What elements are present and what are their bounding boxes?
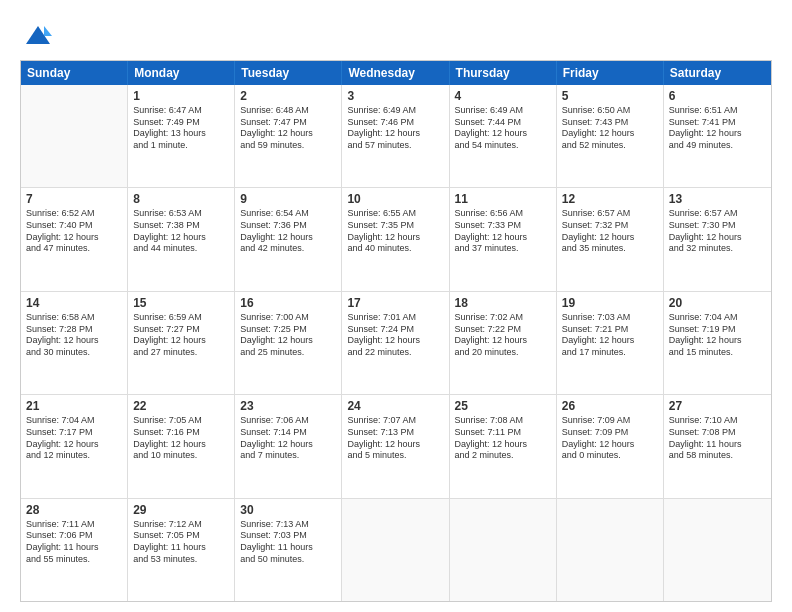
calendar-cell: 1Sunrise: 6:47 AMSunset: 7:49 PMDaylight… [128,85,235,187]
cell-line: and 52 minutes. [562,140,658,152]
weekday-header: Thursday [450,61,557,85]
calendar-cell: 19Sunrise: 7:03 AMSunset: 7:21 PMDayligh… [557,292,664,394]
calendar-cell: 29Sunrise: 7:12 AMSunset: 7:05 PMDayligh… [128,499,235,601]
cell-line: Daylight: 12 hours [240,128,336,140]
cell-line: and 20 minutes. [455,347,551,359]
cell-line: Daylight: 12 hours [562,128,658,140]
cell-line: and 27 minutes. [133,347,229,359]
cell-line: Sunset: 7:14 PM [240,427,336,439]
calendar-cell: 4Sunrise: 6:49 AMSunset: 7:44 PMDaylight… [450,85,557,187]
calendar-row: 1Sunrise: 6:47 AMSunset: 7:49 PMDaylight… [21,85,771,188]
calendar-cell: 9Sunrise: 6:54 AMSunset: 7:36 PMDaylight… [235,188,342,290]
cell-line: and 30 minutes. [26,347,122,359]
calendar-cell: 3Sunrise: 6:49 AMSunset: 7:46 PMDaylight… [342,85,449,187]
calendar-header: SundayMondayTuesdayWednesdayThursdayFrid… [21,61,771,85]
calendar-cell [557,499,664,601]
cell-line: Daylight: 12 hours [562,232,658,244]
day-number: 24 [347,399,443,413]
cell-line: Sunrise: 6:57 AM [669,208,766,220]
calendar-cell: 8Sunrise: 6:53 AMSunset: 7:38 PMDaylight… [128,188,235,290]
cell-line: Sunset: 7:28 PM [26,324,122,336]
cell-line: Sunset: 7:47 PM [240,117,336,129]
logo [20,22,52,50]
cell-line: Sunset: 7:05 PM [133,530,229,542]
cell-line: and 40 minutes. [347,243,443,255]
weekday-header: Friday [557,61,664,85]
day-number: 16 [240,296,336,310]
weekday-header: Saturday [664,61,771,85]
cell-line: Sunrise: 6:58 AM [26,312,122,324]
cell-line: Daylight: 12 hours [240,439,336,451]
cell-line: Daylight: 12 hours [455,232,551,244]
cell-line: Sunrise: 6:49 AM [455,105,551,117]
cell-line: and 44 minutes. [133,243,229,255]
cell-line: Sunset: 7:33 PM [455,220,551,232]
cell-line: Sunrise: 7:08 AM [455,415,551,427]
cell-line: Sunrise: 6:48 AM [240,105,336,117]
calendar-cell: 13Sunrise: 6:57 AMSunset: 7:30 PMDayligh… [664,188,771,290]
cell-line: Sunrise: 7:10 AM [669,415,766,427]
cell-line: Daylight: 12 hours [455,128,551,140]
cell-line: and 7 minutes. [240,450,336,462]
cell-line: and 2 minutes. [455,450,551,462]
cell-line: and 12 minutes. [26,450,122,462]
cell-line: Daylight: 12 hours [455,335,551,347]
calendar-cell: 5Sunrise: 6:50 AMSunset: 7:43 PMDaylight… [557,85,664,187]
calendar-cell: 27Sunrise: 7:10 AMSunset: 7:08 PMDayligh… [664,395,771,497]
calendar-page: SundayMondayTuesdayWednesdayThursdayFrid… [0,0,792,612]
cell-line: and 54 minutes. [455,140,551,152]
cell-line: Sunrise: 7:11 AM [26,519,122,531]
calendar-cell: 30Sunrise: 7:13 AMSunset: 7:03 PMDayligh… [235,499,342,601]
cell-line: Sunrise: 6:54 AM [240,208,336,220]
cell-line: Sunrise: 7:13 AM [240,519,336,531]
day-number: 2 [240,89,336,103]
cell-line: Daylight: 12 hours [26,335,122,347]
cell-line: Daylight: 12 hours [562,335,658,347]
calendar-cell: 12Sunrise: 6:57 AMSunset: 7:32 PMDayligh… [557,188,664,290]
weekday-header: Wednesday [342,61,449,85]
cell-line: Daylight: 11 hours [133,542,229,554]
day-number: 12 [562,192,658,206]
calendar-cell: 16Sunrise: 7:00 AMSunset: 7:25 PMDayligh… [235,292,342,394]
day-number: 3 [347,89,443,103]
cell-line: Daylight: 12 hours [133,232,229,244]
cell-line: Sunrise: 6:50 AM [562,105,658,117]
cell-line: Daylight: 12 hours [347,128,443,140]
cell-line: and 0 minutes. [562,450,658,462]
cell-line: Daylight: 13 hours [133,128,229,140]
cell-line: Sunrise: 7:01 AM [347,312,443,324]
calendar-cell: 6Sunrise: 6:51 AMSunset: 7:41 PMDaylight… [664,85,771,187]
cell-line: Daylight: 12 hours [347,439,443,451]
cell-line: and 1 minute. [133,140,229,152]
day-number: 1 [133,89,229,103]
day-number: 8 [133,192,229,206]
calendar-row: 21Sunrise: 7:04 AMSunset: 7:17 PMDayligh… [21,395,771,498]
cell-line: and 59 minutes. [240,140,336,152]
day-number: 14 [26,296,122,310]
cell-line: Sunset: 7:36 PM [240,220,336,232]
cell-line: Daylight: 12 hours [562,439,658,451]
cell-line: and 32 minutes. [669,243,766,255]
day-number: 11 [455,192,551,206]
weekday-header: Tuesday [235,61,342,85]
svg-marker-1 [44,26,52,36]
cell-line: Sunrise: 6:47 AM [133,105,229,117]
cell-line: Sunrise: 7:00 AM [240,312,336,324]
calendar: SundayMondayTuesdayWednesdayThursdayFrid… [20,60,772,602]
cell-line: Daylight: 12 hours [669,128,766,140]
day-number: 15 [133,296,229,310]
cell-line: Sunset: 7:08 PM [669,427,766,439]
calendar-cell: 10Sunrise: 6:55 AMSunset: 7:35 PMDayligh… [342,188,449,290]
logo-icon [24,22,52,50]
calendar-row: 7Sunrise: 6:52 AMSunset: 7:40 PMDaylight… [21,188,771,291]
day-number: 26 [562,399,658,413]
calendar-cell: 23Sunrise: 7:06 AMSunset: 7:14 PMDayligh… [235,395,342,497]
day-number: 9 [240,192,336,206]
calendar-cell: 20Sunrise: 7:04 AMSunset: 7:19 PMDayligh… [664,292,771,394]
day-number: 6 [669,89,766,103]
calendar-cell: 7Sunrise: 6:52 AMSunset: 7:40 PMDaylight… [21,188,128,290]
header [20,18,772,50]
day-number: 7 [26,192,122,206]
cell-line: Sunset: 7:21 PM [562,324,658,336]
cell-line: Daylight: 12 hours [133,335,229,347]
